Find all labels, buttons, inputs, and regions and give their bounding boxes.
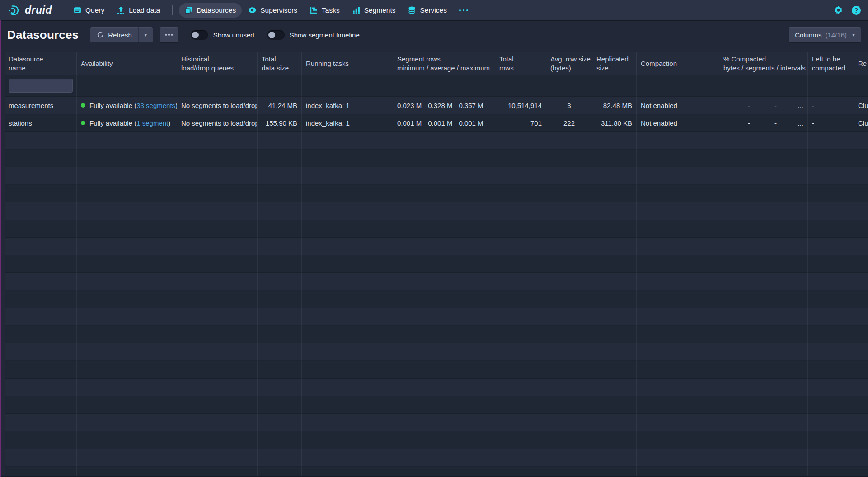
cell-segment_rows [393,414,495,431]
cell-avg_row_size [546,185,592,202]
cell-compaction [637,343,719,361]
column-header-total_data_size[interactable]: Totaldata size [258,52,302,75]
cell-pct_compacted: --... [719,97,808,114]
column-header-total_rows[interactable]: Totalrows [495,52,546,75]
druid-logo[interactable]: druid [7,4,52,17]
cell-total_data_size [258,431,302,449]
cell-running_tasks [302,361,393,379]
cell-load_drop [177,449,258,467]
cell-name: stations [5,114,77,132]
column-header-load_drop[interactable]: Historicalload/drop queues [177,52,258,75]
cell-segment_rows [393,150,495,167]
help-icon[interactable]: ? [852,6,861,15]
cell-total_rows [495,414,546,431]
header-more-button[interactable] [160,27,178,42]
column-header-running_tasks[interactable]: Running tasks [302,52,393,75]
cell-retention [854,343,868,361]
cell-avg_row_size [546,150,592,167]
cell-pct_compacted [719,150,808,167]
cell-total_data_size [258,361,302,379]
show-unused-toggle[interactable]: Show unused [191,30,254,40]
chevron-down-icon: ▾ [144,32,147,38]
cell-total_data_size [258,150,302,167]
cell-name [5,290,77,308]
nav-more-button[interactable] [454,3,474,18]
cell-compaction [637,449,719,467]
cell-name [5,414,77,431]
cell-replicated_size: 82.48 MB [592,97,637,114]
column-header-compaction[interactable]: Compaction [637,52,719,75]
refresh-caret-button[interactable]: ▾ [138,27,153,42]
cell-running_tasks [302,255,393,273]
nav-item-supervisors[interactable]: Supervisors [243,3,303,18]
segments-link[interactable]: 1 segment [136,119,168,127]
columns-label: Columns [795,31,821,39]
cell-total_rows [495,396,546,414]
columns-selector-button[interactable]: Columns (14/16) ▾ [789,27,861,42]
cell-running_tasks [302,202,393,220]
nav-item-load-data[interactable]: Load data [111,3,166,18]
cell-load_drop [177,238,258,255]
filter-cell-load_drop [177,75,258,97]
cell-total_rows [495,308,546,326]
column-header-segment_rows[interactable]: Segment rowsminimum / average / maximum [393,52,495,75]
column-header-avg_row_size[interactable]: Avg. row size(bytes) [546,52,592,75]
nav-item-label: Query [85,6,104,14]
navbar-divider [61,5,61,15]
cell-availability [77,273,177,290]
cell-retention [854,326,868,343]
column-header-pct_compacted[interactable]: % Compactedbytes / segments / intervals [719,52,808,75]
toggle-track [267,30,285,40]
cell-running_tasks [302,431,393,449]
show-segment-timeline-toggle[interactable]: Show segment timeline [267,30,360,40]
cell-pct_compacted [719,414,808,431]
filter-cell-total_data_size [258,75,302,97]
cell-segment_rows [393,379,495,396]
cell-compaction [637,396,719,414]
cell-name [5,167,77,185]
cell-replicated_size [592,255,637,273]
cell-running_tasks [302,290,393,308]
available-status-icon [81,121,85,125]
cell-total_data_size [258,343,302,361]
cell-running_tasks: index_kafka: 1 [302,97,393,114]
column-header-retention[interactable]: Re [854,52,868,75]
refresh-button[interactable]: Refresh [90,27,138,42]
cell-load_drop [177,431,258,449]
nav-item-query[interactable]: Query [68,3,110,18]
cell-left_to_be [808,343,854,361]
cell-segment_rows [393,308,495,326]
segments-link[interactable]: 33 segments [136,102,175,109]
cell-total_rows: 10,514,914 [495,97,546,114]
gear-icon[interactable] [834,6,843,14]
cell-avg_row_size: 222 [546,114,592,132]
cell-load_drop [177,290,258,308]
nav-item-label: Tasks [322,6,340,14]
cell-left_to_be [808,308,854,326]
cell-total_rows [495,220,546,238]
cell-compaction [637,185,719,202]
cell-pct_compacted [719,255,808,273]
cell-total_data_size: 155.90 KB [258,114,302,132]
nav-item-services[interactable]: Services [402,3,452,18]
cell-running_tasks [302,132,393,150]
filter-cell-running_tasks [302,75,393,97]
filter-cell-availability [77,75,177,97]
column-header-replicated_size[interactable]: Replicatedsize [592,52,637,75]
cell-load_drop [177,414,258,431]
cell-replicated_size [592,202,637,220]
nav-item-segments[interactable]: Segments [347,3,402,18]
nav-item-tasks[interactable]: Tasks [304,3,346,18]
nav-item-datasources[interactable]: Datasources [179,3,242,18]
cell-name [5,220,77,238]
column-header-name[interactable]: Datasourcename [5,52,77,75]
cell-pct_compacted [719,449,808,467]
filter-cell-segment_rows [393,75,495,97]
cell-pct_compacted [719,308,808,326]
column-header-left_to_be[interactable]: Left to becompacted [808,52,854,75]
column-header-availability[interactable]: Availability [77,52,177,75]
filter-cell-pct_compacted [719,75,808,97]
cell-replicated_size [592,431,637,449]
cell-avg_row_size [546,326,592,343]
datasource-filter-input[interactable] [9,79,73,93]
